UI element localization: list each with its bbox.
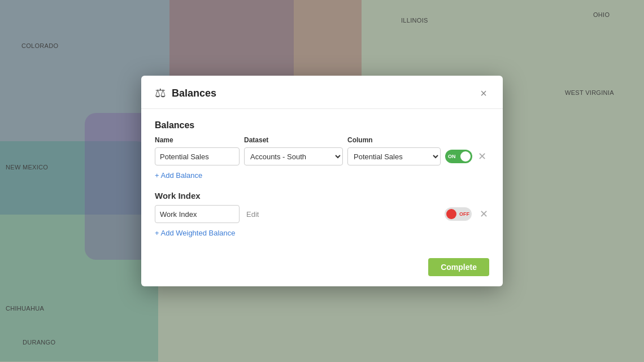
work-index-section: Work Index Edit ✕ + Add Weighted Balance [155,191,489,238]
modal-header: ⚖ Balances × [141,76,503,109]
balance-toggle[interactable] [445,150,472,163]
work-index-input[interactable] [155,205,240,223]
balance-column-select[interactable]: Potential Sales [347,147,441,165]
balance-icon: ⚖ [155,86,166,101]
work-index-title: Work Index [155,191,489,200]
complete-button[interactable]: Complete [428,258,489,276]
add-balance-link[interactable]: + Add Balance [155,171,202,180]
section-balances-title: Balances [155,120,489,130]
work-index-row: Edit ✕ [155,205,489,223]
remove-work-index-button[interactable]: ✕ [478,209,489,219]
balances-modal: ⚖ Balances × Balances Name Dataset Colum… [141,76,503,286]
column-headers: Name Dataset Column [155,136,489,144]
modal-body: Balances Name Dataset Column Accounts - … [141,109,503,251]
modal-overlay: ⚖ Balances × Balances Name Dataset Colum… [0,0,644,362]
work-index-toggle[interactable] [445,207,472,221]
close-button[interactable]: × [478,86,489,100]
modal-footer: Complete [141,251,503,286]
edit-link[interactable]: Edit [246,210,259,219]
col-header-dataset: Dataset [244,136,343,144]
balance-dataset-select[interactable]: Accounts - South [244,147,343,165]
balance-row: Accounts - South Potential Sales ✕ [155,147,489,165]
modal-title-row: ⚖ Balances [155,86,216,101]
toggle-knob [460,151,471,162]
col-header-name: Name [155,136,240,144]
remove-balance-button[interactable]: ✕ [477,151,488,162]
toggle-off-knob [446,209,456,219]
col-header-column: Column [347,136,441,144]
add-weighted-balance-link[interactable]: + Add Weighted Balance [155,229,236,237]
balance-name-input[interactable] [155,147,240,165]
modal-title: Balances [172,88,216,99]
